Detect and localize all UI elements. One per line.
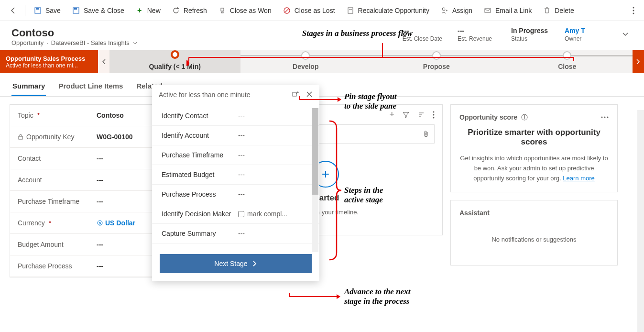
svg-rect-1 [36,8,39,10]
timeline-add-icon[interactable]: + [389,110,394,120]
step-identify-contact[interactable]: Identify Contact --- [152,106,319,126]
svg-point-14 [633,12,634,14]
bpf-prev-button[interactable] [98,50,109,73]
save-close-icon [72,7,80,14]
back-button[interactable] [6,3,21,18]
entity-name: Opportunity [11,39,44,46]
annotation-advance-arrow [287,292,344,301]
score-header: Opportunity score [459,113,517,121]
email-icon [484,7,491,14]
refresh-label: Refresh [184,7,207,14]
save-close-label: Save & Close [84,7,124,14]
svg-point-22 [433,114,435,115]
close-won-button[interactable]: Close as Won [214,4,276,17]
tab-summary[interactable]: Summary [11,78,46,96]
svg-line-7 [285,9,289,12]
overflow-menu[interactable] [629,3,638,18]
refresh-icon [172,7,180,14]
header-revenue[interactable]: --- Est. Revenue [458,27,496,42]
bpf-stage-propose[interactable]: Propose [371,50,502,73]
form-tabs: Summary Product Line Items Related [0,73,644,97]
stage-flyout: Active for less than one minute Identify… [152,85,319,281]
close-icon[interactable] [306,91,313,99]
refresh-button[interactable]: Refresh [167,4,212,17]
svg-rect-3 [74,8,77,10]
opportunity-score-card: Opportunity score i Prioritize smarter w… [450,104,618,192]
close-won-label: Close as Won [230,7,272,14]
chevron-down-icon [132,41,137,45]
tab-product-line-items[interactable]: Product Line Items [57,78,124,96]
save-label: Save [45,7,61,14]
bpf-stage-develop[interactable]: Develop [240,50,371,73]
bpf-stages: Qualify (< 1 Min) Develop Propose Close [109,50,633,73]
header-status[interactable]: In Progress Status [511,27,549,42]
assistant-body: No notifications or suggestions [459,223,609,256]
svg-text:i: i [524,115,525,120]
svg-point-27 [604,117,606,118]
flyout-scrollbar[interactable] [312,108,318,252]
step-purchase-process[interactable]: Purchase Process --- [152,185,319,204]
record-header: Contoso Opportunity · DataverseBI - Sale… [0,21,644,50]
command-bar: Save Save & Close + New Refresh Close as… [0,0,644,21]
new-button[interactable]: + New [131,4,165,17]
bpf-stage-qualify[interactable]: Qualify (< 1 Min) [109,50,240,73]
recalc-label: Recalculate Opportunity [358,7,429,14]
save-icon [34,7,42,14]
svg-point-13 [633,10,634,11]
card-more-icon[interactable] [601,116,609,118]
business-process-flow: Opportunity Sales Process Active for les… [0,50,644,73]
svg-text:$: $ [99,221,101,225]
header-close-date[interactable]: --- Est. Close Date [403,27,442,42]
close-lost-button[interactable]: Close as Lost [278,4,340,17]
prohibit-icon [283,7,291,14]
currency-icon: $ [97,220,103,226]
learn-more-link[interactable]: Learn more [563,175,594,182]
email-link-button[interactable]: Email a Link [479,4,536,17]
header-owner[interactable]: Amy T Owner [565,27,603,42]
step-purchase-timeframe[interactable]: Purchase Timeframe --- [152,145,319,165]
header-expand[interactable] [618,27,633,41]
decision-maker-checkbox[interactable] [238,211,244,217]
annotation-advance: Advance to the nextstage in the process [344,287,410,306]
timeline-sort-icon[interactable] [417,111,425,119]
pin-icon[interactable] [292,91,299,99]
bpf-next-button[interactable] [633,50,644,73]
info-icon[interactable]: i [521,114,528,121]
trophy-icon [218,7,226,14]
svg-rect-4 [221,8,224,11]
plus-icon: + [136,7,143,14]
svg-point-12 [633,7,634,8]
assign-button[interactable]: Assign [436,4,477,17]
trash-icon [543,7,551,14]
save-button[interactable]: Save [29,4,65,17]
svg-point-23 [433,117,435,118]
svg-rect-8 [348,8,353,13]
new-label: New [147,7,161,14]
bpf-stage-close[interactable]: Close [502,50,633,73]
bpf-process-label[interactable]: Opportunity Sales Process Active for les… [0,50,98,73]
svg-rect-15 [19,136,22,139]
assistant-header: Assistant [459,209,490,217]
form-body: Topic* Contoso Opportunity Key W0G-00100… [0,97,644,285]
svg-point-28 [607,117,609,118]
recalc-button[interactable]: Recalculate Opportunity [342,4,434,17]
step-decision-maker[interactable]: Identify Decision Maker mark compl... [152,204,319,224]
timeline-more-icon[interactable] [433,111,435,119]
close-lost-label: Close as Lost [295,7,335,14]
assign-label: Assign [452,7,472,14]
step-identify-account[interactable]: Identify Account --- [152,126,319,145]
step-capture-summary[interactable]: Capture Summary --- [152,224,319,243]
assistant-card: Assistant No notifications or suggestion… [450,200,618,266]
attachment-icon[interactable] [423,130,429,138]
timeline-filter-icon[interactable] [402,111,410,119]
delete-button[interactable]: Delete [538,4,579,17]
scrollbar[interactable] [637,110,644,332]
step-estimated-budget[interactable]: Estimated Budget --- [152,165,319,185]
view-name[interactable]: DataverseBI - Sales Insights [51,39,130,46]
calculator-icon [347,7,354,14]
next-stage-button[interactable]: Next Stage [160,254,312,273]
page-title: Contoso [11,27,137,39]
save-close-button[interactable]: Save & Close [67,4,129,17]
lock-icon [18,134,23,140]
svg-rect-5 [221,12,223,13]
